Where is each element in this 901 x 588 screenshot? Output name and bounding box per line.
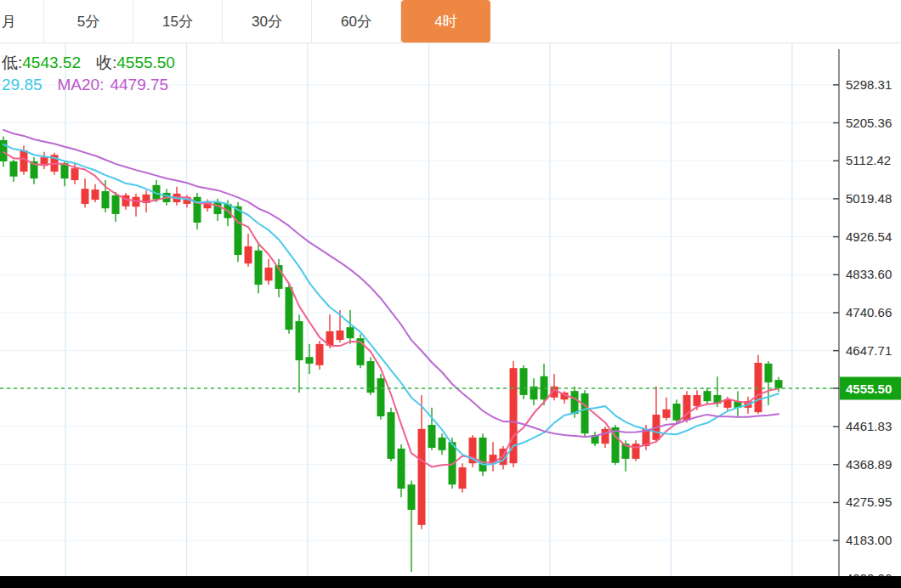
candle [112, 195, 120, 214]
candle [347, 327, 354, 338]
price-tick-label: 4647.71 [846, 343, 892, 358]
candle [71, 168, 79, 180]
candle [520, 368, 528, 395]
tab-月[interactable]: 月 [0, 0, 44, 42]
candle [673, 404, 681, 421]
bottom-black-bar [0, 576, 901, 588]
price-tick-label: 4183.00 [846, 533, 892, 547]
candle [102, 191, 110, 208]
candle [286, 287, 293, 330]
last-price-label-text: 4555.50 [846, 382, 892, 396]
candle [428, 425, 436, 448]
price-tick-label: 5205.36 [846, 116, 892, 130]
tab-30分[interactable]: 30分 [223, 0, 312, 42]
price-tick-label: 5112.42 [846, 153, 891, 167]
ma20-line [3, 130, 779, 437]
candle [765, 364, 773, 382]
price-tick-label: 5298.31 [846, 77, 892, 92]
candle [255, 251, 263, 285]
candle [388, 412, 395, 459]
candle [479, 438, 487, 472]
candle [775, 380, 783, 388]
candle [214, 202, 222, 214]
candle [306, 357, 314, 364]
candle [10, 161, 18, 177]
candle [245, 246, 252, 263]
timeframe-tabbar: 月5分15分30分60分4时 [0, 0, 901, 43]
price-tick-label: 4461.83 [846, 419, 892, 433]
candle [316, 344, 324, 365]
candle [439, 438, 446, 450]
candle [571, 391, 579, 414]
tab-60分[interactable]: 60分 [312, 0, 401, 42]
candlestick-chart[interactable]: 5298.315205.365112.425019.484926.544833.… [0, 0, 901, 588]
price-tick-label: 4368.89 [846, 457, 892, 472]
candle [704, 391, 711, 401]
candle [581, 393, 589, 433]
candle [235, 206, 242, 255]
candle [296, 321, 303, 360]
candle [418, 429, 426, 525]
candle [92, 189, 99, 200]
candle [82, 189, 89, 204]
tab-4时[interactable]: 4时 [401, 0, 490, 42]
candle [337, 331, 344, 340]
candle [398, 449, 405, 489]
candle [755, 363, 762, 412]
candle [694, 395, 701, 406]
candle [459, 467, 467, 489]
tab-5分[interactable]: 5分 [44, 0, 133, 42]
candle [632, 444, 640, 459]
candle [0, 140, 8, 161]
candle [377, 378, 385, 416]
price-tick-label: 5019.48 [846, 191, 892, 206]
candle [408, 484, 416, 510]
price-tick-label: 4926.54 [846, 229, 892, 244]
candle [265, 268, 273, 280]
candle [663, 410, 671, 418]
price-tick-label: 4833.60 [846, 267, 892, 281]
candle [602, 429, 609, 444]
price-tick-label: 4275.95 [846, 495, 892, 509]
price-tick-label: 4740.66 [846, 305, 892, 319]
tab-15分[interactable]: 15分 [133, 0, 223, 42]
